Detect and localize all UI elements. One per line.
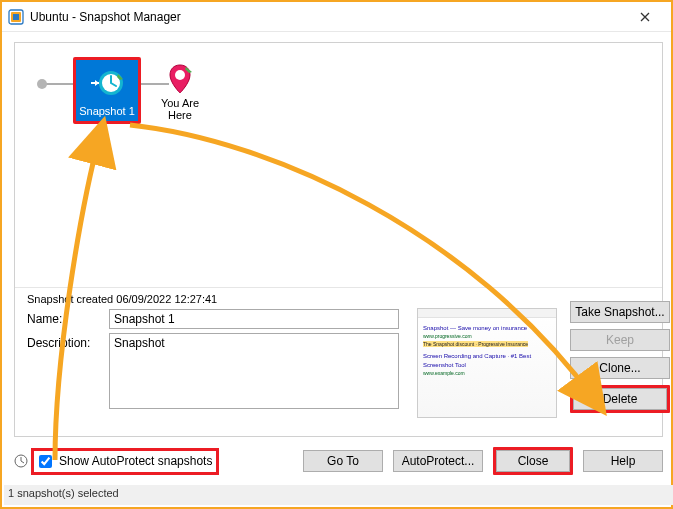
autoprotect-checkbox-highlight: Show AutoProtect snapshots [31,448,219,475]
keep-button: Keep [570,329,670,351]
statusbar-text: 1 snapshot(s) selected [8,487,119,499]
name-label: Name: [23,309,109,326]
statusbar: 1 snapshot(s) selected [4,485,673,505]
name-input[interactable] [109,309,399,329]
description-label: Description: [23,333,109,350]
created-timestamp: Snapshot created 06/09/2022 12:27:41 [23,293,656,305]
you-are-here-label: You Are Here [161,97,199,121]
bottom-row: Show AutoProtect snapshots Go To AutoPro… [14,446,663,476]
delete-button[interactable]: Delete [573,388,667,410]
window-title: Ubuntu - Snapshot Manager [30,10,625,24]
snapshot-manager-window: Ubuntu - Snapshot Manager [0,0,673,509]
history-icon [14,454,28,468]
clone-button[interactable]: Clone... [570,357,670,379]
show-autoprotect-checkbox-input[interactable] [39,455,52,468]
snapshot-node-selected[interactable]: Snapshot 1 [77,57,137,124]
you-are-here-icon [166,63,194,95]
description-input[interactable] [109,333,399,409]
show-autoprotect-label: Show AutoProtect snapshots [59,454,212,468]
svg-rect-2 [13,14,19,20]
content-frame: Snapshot 1 You Are Here Snapshot created… [14,42,663,437]
snapshot-icon [89,65,125,101]
close-button[interactable]: Close [496,450,570,472]
show-autoprotect-checkbox[interactable]: Show AutoProtect snapshots [34,451,216,472]
svg-point-5 [175,70,185,80]
vmware-icon [8,9,24,25]
right-button-column: Take Snapshot... Keep Clone... Delete [570,301,670,413]
help-button[interactable]: Help [583,450,663,472]
snapshot-details-panel: Snapshot created 06/09/2022 12:27:41 Nam… [15,289,664,421]
titlebar: Ubuntu - Snapshot Manager [2,2,671,32]
delete-button-highlight: Delete [570,385,670,413]
screenshot-thumbnail: Snapshot — Save money on insurance www.p… [417,308,557,418]
take-snapshot-button[interactable]: Take Snapshot... [570,301,670,323]
goto-button[interactable]: Go To [303,450,383,472]
snapshot-node-label: Snapshot 1 [78,105,136,117]
snapshot-tree-area[interactable]: Snapshot 1 You Are Here [15,43,662,288]
close-button-highlight: Close [493,447,573,475]
you-are-here-node[interactable]: You Are Here [150,63,210,121]
tree-root-dot [37,79,47,89]
window-close-button[interactable] [625,3,665,31]
autoprotect-button[interactable]: AutoProtect... [393,450,483,472]
